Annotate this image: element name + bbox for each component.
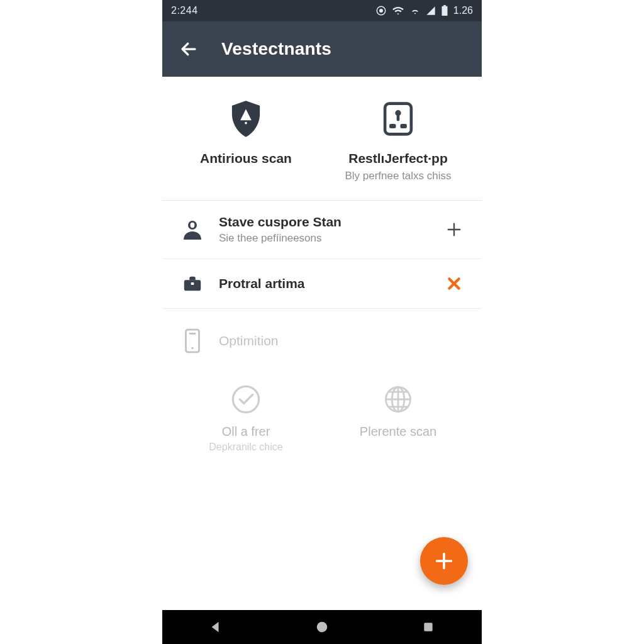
- back-button[interactable]: [176, 36, 201, 62]
- globe-icon: [380, 382, 416, 417]
- arrow-left-icon: [179, 40, 198, 58]
- system-nav-bar: [162, 610, 482, 644]
- briefcase-icon: [176, 273, 209, 294]
- svg-rect-5: [245, 122, 247, 124]
- tile-plerente-scan[interactable]: Plerente scan: [327, 382, 469, 453]
- svg-point-1: [380, 9, 383, 13]
- phone-frame: 2:244 1.26: [162, 0, 482, 644]
- svg-rect-3: [443, 5, 446, 6]
- signal-icon: [426, 6, 436, 16]
- person-icon: [176, 218, 209, 241]
- battery-icon: [441, 5, 448, 16]
- nav-recent-button[interactable]: [408, 613, 448, 641]
- status-time: 2:244: [171, 5, 198, 16]
- bottom-tiles: Oll a frer Depkranilc chice Plerente sca…: [162, 373, 482, 468]
- tile-sub: Bly perfnee talxs chiss: [345, 170, 451, 182]
- dismiss-button[interactable]: [440, 275, 468, 292]
- svg-rect-15: [191, 282, 194, 285]
- cast-icon: [375, 5, 387, 16]
- device-locate-icon: [377, 98, 419, 140]
- nav-back-icon: [209, 620, 223, 634]
- fab-add[interactable]: [420, 537, 468, 585]
- tile-label: RestlıJerfect·pp: [348, 151, 448, 166]
- row-stave-cuspore[interactable]: Stave cuspore Stan Sie thee pefíineesons: [162, 201, 482, 259]
- row-sub: Sie thee pefíineesons: [219, 232, 440, 245]
- nav-recent-icon: [422, 621, 435, 633]
- status-bar: 2:244 1.26: [162, 0, 482, 21]
- tile-label: Antirious scan: [200, 151, 292, 166]
- row-title: Optimition: [219, 333, 468, 348]
- svg-point-20: [191, 347, 193, 349]
- tile-label: Plerente scan: [360, 425, 436, 439]
- plus-icon: [433, 550, 455, 572]
- tile-antivirus-scan[interactable]: Antirious scan: [175, 98, 317, 182]
- tile-restljerfect[interactable]: RestlıJerfect·pp Bly perfnee talxs chiss: [327, 98, 469, 182]
- row-protral-artima[interactable]: Protral artima: [162, 259, 482, 309]
- row-title: Stave cuspore Stan: [219, 214, 440, 230]
- row-optimition[interactable]: Optimition: [162, 309, 482, 373]
- shield-alert-icon: [225, 98, 267, 140]
- tile-sub: Depkranilc chice: [209, 441, 282, 453]
- svg-rect-8: [389, 124, 396, 128]
- add-button[interactable]: [440, 221, 468, 238]
- check-circle-icon: [228, 382, 264, 417]
- plus-icon: [445, 221, 463, 238]
- wifi-icon: [392, 6, 404, 16]
- wifi-secondary-icon: [409, 6, 421, 15]
- svg-point-11: [191, 223, 195, 228]
- nav-home-icon: [315, 620, 329, 634]
- svg-rect-9: [400, 124, 406, 128]
- top-tiles: Antirious scan RestlıJerfect·pp Bly perf…: [162, 77, 482, 201]
- tile-label: Oll a frer: [222, 425, 270, 439]
- close-icon: [446, 275, 462, 292]
- status-indicators: 1.26: [375, 5, 473, 16]
- nav-home-button[interactable]: [302, 613, 342, 641]
- app-bar: Vestectnants: [162, 21, 482, 77]
- nav-back-button[interactable]: [196, 613, 236, 641]
- battery-label: 1.26: [453, 5, 473, 16]
- svg-rect-31: [425, 623, 433, 631]
- row-title: Protral artima: [219, 276, 440, 291]
- svg-point-21: [233, 386, 258, 412]
- svg-point-30: [317, 622, 328, 633]
- tile-oll-a-frer[interactable]: Oll a frer Depkranilc chice: [175, 382, 317, 453]
- svg-rect-14: [184, 280, 201, 291]
- svg-rect-2: [441, 6, 447, 16]
- device-icon: [176, 328, 209, 354]
- page-title: Vestectnants: [221, 39, 331, 59]
